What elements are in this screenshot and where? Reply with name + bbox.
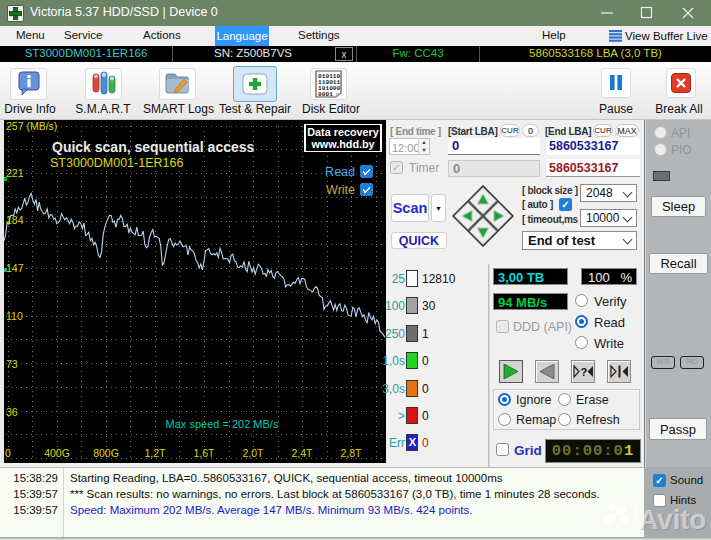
- svg-text:184: 184: [6, 214, 24, 226]
- svg-text:147: 147: [6, 262, 24, 274]
- svg-text:Avito: Avito: [639, 504, 707, 535]
- svg-text:2,0T: 2,0T: [242, 447, 264, 459]
- svg-text:400G: 400G: [44, 447, 70, 459]
- svg-text:www.hdd.by: www.hdd.by: [310, 138, 374, 150]
- svg-text:ST3000DM001-1ER166: ST3000DM001-1ER166: [50, 156, 183, 170]
- svg-text:221: 221: [6, 167, 24, 179]
- svg-text:73: 73: [6, 358, 18, 370]
- svg-text:0001: 0001: [318, 91, 333, 98]
- svg-text:2,4T: 2,4T: [291, 447, 313, 459]
- svg-text:257 (MB/s): 257 (MB/s): [6, 120, 57, 132]
- svg-text:?: ?: [581, 366, 588, 378]
- svg-text:Data recovery: Data recovery: [307, 126, 378, 138]
- svg-text:0: 0: [5, 447, 11, 459]
- svg-text:2,8T: 2,8T: [340, 447, 362, 459]
- svg-text:Read: Read: [325, 165, 355, 179]
- svg-text:1,2T: 1,2T: [144, 447, 166, 459]
- svg-text:Write: Write: [326, 183, 355, 197]
- svg-text:36: 36: [6, 406, 18, 418]
- svg-text:Max speed = 202 MB/s: Max speed = 202 MB/s: [166, 418, 279, 430]
- svg-text:Quick scan, sequential access: Quick scan, sequential access: [52, 139, 255, 155]
- svg-text:110: 110: [6, 310, 23, 322]
- svg-text:1,6T: 1,6T: [193, 447, 215, 459]
- svg-text:800G: 800G: [93, 447, 119, 459]
